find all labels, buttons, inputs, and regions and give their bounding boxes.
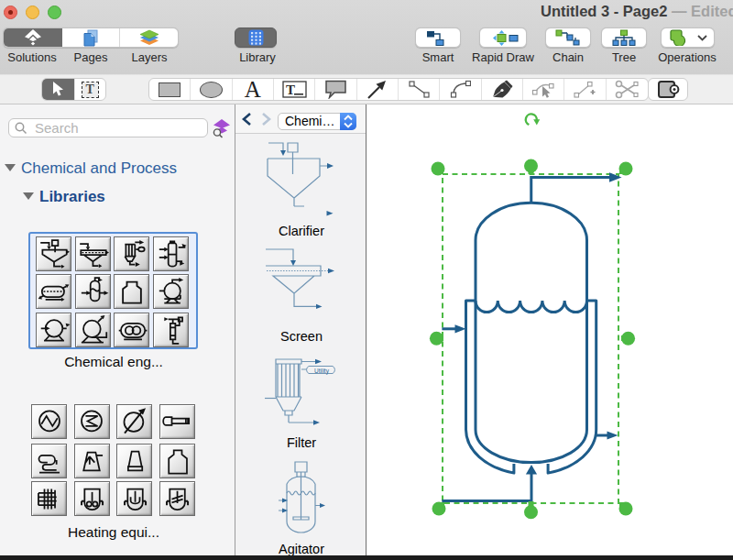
svg-text:Utility: Utility bbox=[314, 368, 330, 375]
svg-text:T: T bbox=[286, 82, 295, 97]
